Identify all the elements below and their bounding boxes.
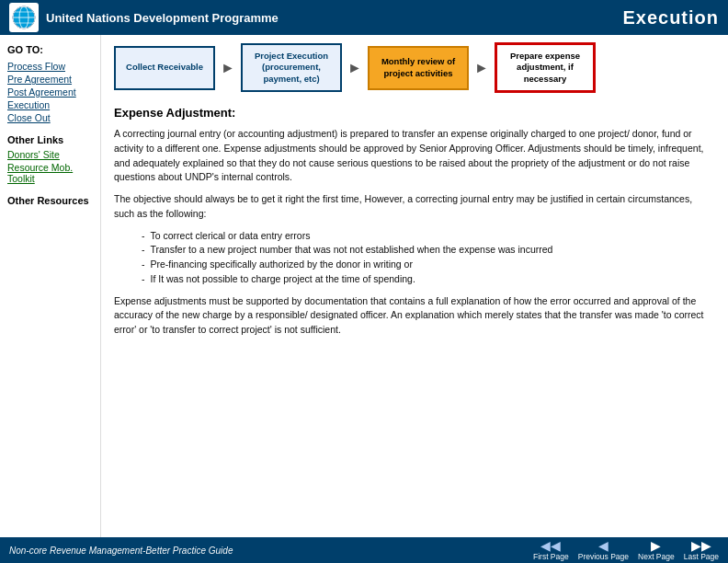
flow-step-collect: Collect Receivable [114,46,215,90]
flow-arrow-1: ► [215,60,241,76]
footer: Non-core Revenue Management-Better Pract… [0,537,728,563]
section-title: Expense Adjustment: [114,106,715,120]
first-page-label: First Page [533,552,569,561]
flow-step-execution: Project Execution (procurement, payment,… [241,43,342,92]
footer-guide-title: Non-core Revenue Management-Better Pract… [9,546,233,556]
bullet-item-3: Pre-financing specifically authorized by… [142,258,715,272]
bullet-item-1: To correct clerical or data entry errors [142,229,715,244]
paragraph-2: The objective should always be to get it… [114,192,715,222]
flow-step-monthly-review: Monthly review of project activities [368,46,469,90]
sidebar-item-post-agreement[interactable]: Post Agreement [7,86,93,98]
sidebar-item-process-flow[interactable]: Process Flow [7,61,93,72]
page-title: Execution [622,7,719,29]
nav-previous-page[interactable]: ◀ Previous Page [578,539,629,561]
first-page-icon: ◀◀ [540,539,561,552]
paragraph-3: Expense adjustments must be supported by… [114,294,715,338]
bullet-item-2: Transfer to a new project number that wa… [142,243,715,258]
footer-navigation: ◀◀ First Page ◀ Previous Page ▶ Next Pag… [533,539,719,561]
sidebar: GO TO: Process Flow Pre Agreement Post A… [0,35,101,537]
nav-first-page[interactable]: ◀◀ First Page [533,539,569,561]
nav-next-page[interactable]: ▶ Next Page [638,539,675,561]
un-logo [9,3,39,32]
previous-page-icon: ◀ [598,539,609,552]
nav-last-page[interactable]: ▶▶ Last Page [684,539,719,561]
paragraph-1: A correcting journal entry (or accountin… [114,127,715,185]
other-resources-label: Other Resources [7,195,93,206]
other-links-label: Other Links [7,134,93,145]
flow-diagram: Collect Receivable ► Project Execution (… [114,42,715,93]
next-page-icon: ▶ [651,539,661,552]
sidebar-item-pre-agreement[interactable]: Pre Agreement [7,74,93,85]
goto-label: GO TO: [7,44,93,55]
sidebar-item-close-out[interactable]: Close Out [7,112,93,123]
sidebar-item-execution[interactable]: Execution [7,99,93,110]
next-page-label: Next Page [638,552,675,561]
org-name: United Nations Development Programme [46,11,279,25]
last-page-icon: ▶▶ [691,539,711,552]
bullet-item-4: If It was not possible to charge project… [142,272,715,287]
flow-step-prepare-adjustment: Prepare expense adjustment, if necessary [495,42,596,93]
header-logo: United Nations Development Programme [9,3,279,32]
previous-page-label: Previous Page [578,552,629,561]
main-area: GO TO: Process Flow Pre Agreement Post A… [0,35,728,537]
bullet-list: To correct clerical or data entry errors… [142,229,715,287]
sidebar-link-resource-mob[interactable]: Resource Mob. Toolkit [7,162,93,184]
last-page-label: Last Page [684,552,719,561]
sidebar-link-donors-site[interactable]: Donors' Site [7,149,93,160]
content-area: Collect Receivable ► Project Execution (… [101,35,728,537]
flow-arrow-3: ► [469,60,495,76]
header: United Nations Development Programme Exe… [0,0,728,35]
flow-arrow-2: ► [342,60,368,76]
